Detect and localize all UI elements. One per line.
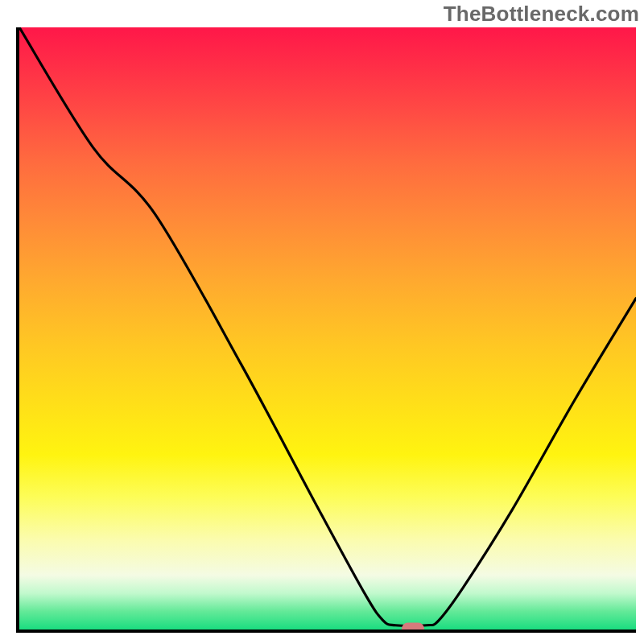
bottleneck-curve [19, 27, 636, 630]
optimum-marker [402, 622, 424, 633]
plot-area [16, 27, 636, 633]
chart-frame: TheBottleneck.com [0, 0, 644, 644]
watermark-text: TheBottleneck.com [444, 2, 639, 27]
